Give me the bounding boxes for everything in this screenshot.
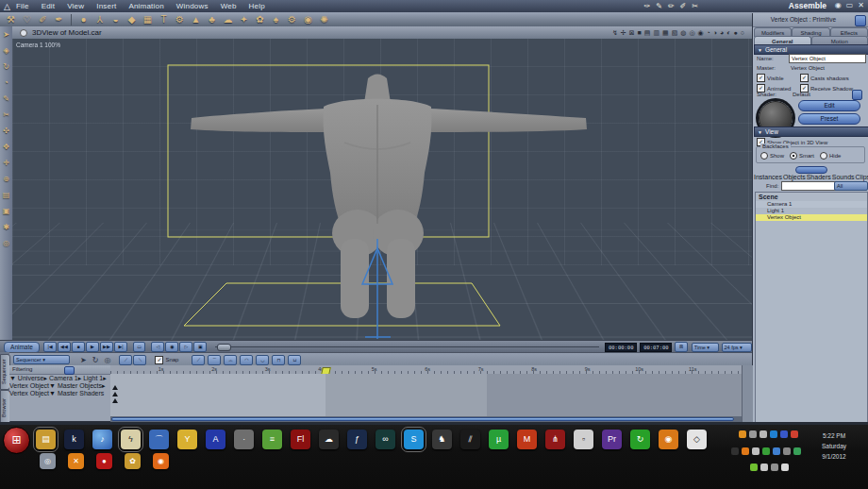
3d-viewport[interactable]: Camera 1 100%: [12, 39, 752, 340]
kindle-icon[interactable]: k: [64, 430, 84, 449]
record-app-icon[interactable]: ●: [96, 453, 112, 469]
find-input[interactable]: [781, 181, 836, 191]
layers-tool-icon[interactable]: ▤: [3, 187, 10, 203]
time-scrubber-knob[interactable]: [217, 344, 231, 351]
menu-view[interactable]: View: [67, 2, 84, 10]
utorrent-icon[interactable]: µ: [489, 430, 509, 449]
tray-icon-2[interactable]: [749, 430, 757, 438]
tray-icon-8[interactable]: [742, 447, 749, 455]
panel-splitter-handle[interactable]: [795, 166, 827, 174]
preview-quality1-icon[interactable]: ◍: [680, 29, 686, 37]
tab-shaders[interactable]: Shaders: [807, 174, 831, 180]
filtering-row[interactable]: Filtering: [9, 365, 110, 375]
mouse-icon[interactable]: ∙: [234, 430, 254, 449]
find-filter-dropdown[interactable]: All: [834, 181, 868, 191]
menu-file[interactable]: File: [16, 2, 29, 10]
tangent-linear-button[interactable]: ⟋: [192, 355, 205, 365]
gear-object-icon[interactable]: ⚙: [172, 14, 188, 25]
manga-studio-icon[interactable]: ⫽: [460, 430, 480, 449]
tray-icon-16[interactable]: [771, 464, 778, 471]
steam-icon[interactable]: ◎: [40, 453, 56, 469]
keyframe-marker[interactable]: [112, 398, 118, 403]
tangent-smooth-button[interactable]: ⌒: [208, 355, 221, 365]
burger-app-icon[interactable]: ≡: [262, 430, 282, 449]
tray-icon-15[interactable]: [760, 464, 768, 471]
daz-icon[interactable]: A: [206, 430, 225, 449]
hscroll-thumb[interactable]: [111, 417, 734, 421]
seq-zoom-icon[interactable]: ◎: [104, 356, 110, 364]
sequencer-dropdown[interactable]: Sequencer ▾: [13, 355, 70, 364]
fps-dropdown[interactable]: 24 fps ▾: [722, 343, 752, 352]
curve-mode-button[interactable]: ⟍: [133, 355, 146, 365]
transform-tool-icon[interactable]: ◈: [3, 42, 8, 59]
bend-tool-icon[interactable]: ✐: [35, 14, 51, 25]
skype-icon[interactable]: S: [404, 430, 424, 449]
tray-icon-5[interactable]: [780, 430, 788, 438]
pen-icon[interactable]: ✏: [668, 2, 675, 10]
move-axis-tool-icon[interactable]: ✥: [3, 139, 9, 155]
tree-item-camera-1[interactable]: ▸ Camera 1: [44, 375, 78, 381]
tray-icon-10[interactable]: [762, 447, 770, 455]
tangent-hold-button[interactable]: ⊔: [288, 355, 301, 365]
filtering-button[interactable]: [64, 366, 75, 375]
premiere-icon[interactable]: Pr: [602, 430, 622, 449]
tray-icon-12[interactable]: [783, 447, 791, 455]
explorer-folder-icon[interactable]: ▤: [36, 430, 56, 449]
tray-icon-11[interactable]: [773, 447, 780, 455]
terrain-icon[interactable]: ♠: [268, 14, 284, 25]
restore-button[interactable]: ▭: [846, 1, 854, 9]
go-start-button[interactable]: |◀: [43, 342, 57, 352]
tripod-app-icon[interactable]: ⋔: [545, 430, 565, 449]
tangent-ease-in-button[interactable]: ◠: [240, 355, 253, 365]
metaball-icon[interactable]: ◆: [124, 14, 140, 25]
tray-icon-17[interactable]: [781, 464, 789, 471]
rotate-tool-icon[interactable]: ↻: [3, 59, 9, 75]
panel-menu-button[interactable]: [855, 15, 866, 26]
shader-preset-button[interactable]: Preset: [798, 113, 860, 125]
close-button[interactable]: ✕: [858, 1, 864, 9]
keyframe-marker[interactable]: [112, 385, 118, 390]
move-tool-icon[interactable]: ✣: [3, 123, 9, 139]
tree-item-light-1[interactable]: ▸ Light 1: [78, 375, 103, 381]
itunes-icon[interactable]: ♪: [92, 430, 112, 449]
lit-wireframe-icon[interactable]: ✢: [621, 29, 626, 37]
spectacles-app-icon[interactable]: ∞: [376, 430, 395, 449]
m-app-icon[interactable]: M: [517, 430, 537, 449]
shaded-ball3-icon[interactable]: ○: [741, 29, 744, 36]
sync-app-icon[interactable]: ↻: [630, 430, 650, 449]
model-figure[interactable]: [191, 75, 587, 319]
pencil-icon[interactable]: ✎: [656, 2, 662, 10]
visibility-button[interactable]: ◉: [835, 1, 842, 9]
openoffice-icon[interactable]: ⌒: [149, 430, 169, 449]
cone-primitive-icon[interactable]: ▲: [188, 14, 204, 25]
shader-eyedrop-icon[interactable]: ◔: [4, 75, 8, 91]
scale-tool-icon[interactable]: ✛: [3, 155, 9, 171]
wireframe-mode-icon[interactable]: ↯: [612, 29, 618, 37]
viewport-title-bar[interactable]: 3DView of Model.car ↯✢⊠■▤▥▦▧◍◎◉◔◑◕◐●○: [12, 26, 752, 40]
menu-animation[interactable]: Animation: [128, 2, 163, 10]
menu-windows[interactable]: Windows: [176, 2, 209, 10]
vertex-object-icon[interactable]: ◒: [108, 14, 124, 25]
plant-object-icon[interactable]: ✿: [252, 14, 268, 25]
menu-help[interactable]: Help: [249, 2, 265, 10]
casts-shadows-checkbox[interactable]: Casts shadows: [800, 74, 866, 82]
tray-icon-1[interactable]: [739, 430, 746, 438]
backfaces-smart-radio[interactable]: Smart: [790, 152, 814, 160]
preview-quality2-icon[interactable]: ◎: [689, 29, 694, 37]
scene-root-label[interactable]: Scene: [756, 193, 867, 201]
go-end-button[interactable]: ▶|: [114, 342, 127, 352]
pan-hand-icon[interactable]: ✑: [643, 2, 650, 10]
universal-manip-icon[interactable]: ⊕: [3, 171, 9, 187]
range-toggle-button[interactable]: ⊠: [675, 342, 687, 352]
layout-two-icon[interactable]: ▤: [644, 29, 651, 37]
sphere-primitive-icon[interactable]: ●: [75, 14, 92, 25]
name-input[interactable]: Vertex Object: [789, 54, 866, 63]
viewport-collapse-icon[interactable]: [20, 29, 27, 37]
view-section-header[interactable]: ▼View: [754, 126, 868, 137]
current-time-field[interactable]: 00:00:00: [605, 343, 637, 352]
zoom-tool-icon[interactable]: ◎: [3, 235, 9, 251]
winamp-icon[interactable]: ϟ: [121, 430, 141, 449]
corn-app-icon[interactable]: Y: [177, 430, 197, 449]
tray-icon-4[interactable]: [770, 430, 777, 438]
tree-group-master-objects[interactable]: ▼ Master Objects: [49, 382, 102, 389]
